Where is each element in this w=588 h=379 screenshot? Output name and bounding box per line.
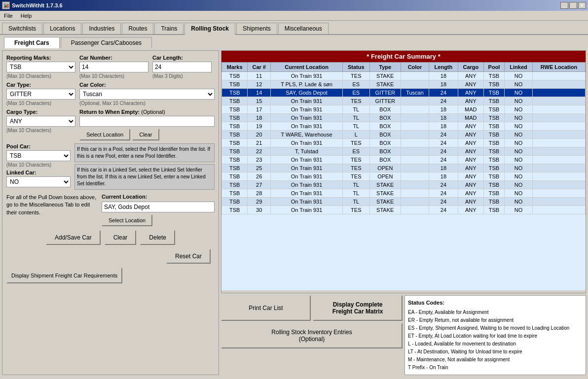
col-rwe: RWE Location: [533, 63, 586, 72]
tooltips-area: If this car is in a Pool, select the Poo…: [74, 143, 215, 190]
select-location-button-2[interactable]: Select Location: [102, 214, 152, 226]
col-pool: Pool: [483, 63, 504, 72]
nav-tabs: Switchlists Locations Industries Routes …: [0, 21, 588, 35]
table-row[interactable]: TSB21On Train 931TESBOX24ANYTSBNO: [222, 139, 586, 147]
select-location-button-1[interactable]: Select Location: [79, 129, 130, 140]
maximize-button[interactable]: □: [569, 2, 577, 9]
inventory-button[interactable]: Rolling Stock Inventory Entries (Optiona…: [221, 323, 403, 348]
table-cell: NO: [505, 105, 533, 114]
table-cell: 18: [429, 105, 458, 114]
table-row[interactable]: TSB30On Train 931TESSTAKE24ANYTSBNO: [222, 206, 586, 214]
table-cell: [533, 164, 586, 172]
tab-industries[interactable]: Industries: [82, 23, 121, 34]
tab-trains[interactable]: Trains: [154, 23, 184, 34]
table-cell: TSB: [483, 206, 504, 214]
current-location-input[interactable]: [102, 202, 215, 212]
col-color: Color: [401, 63, 429, 72]
table-cell: [533, 97, 586, 105]
table-cell: TES: [342, 206, 369, 214]
table-row[interactable]: TSB19On Train 931TLBOX18ANYTSBNO: [222, 122, 586, 131]
col-cargo: Cargo: [458, 63, 483, 72]
table-cell: TSB: [222, 164, 248, 172]
table-cell: 28: [248, 189, 271, 198]
reporting-marks-group: Reporting Marks: TSB (Max 10 Characters): [6, 55, 75, 79]
car-length-input[interactable]: [152, 62, 212, 72]
current-location-group: Current Location: Select Location: [102, 194, 215, 226]
table-cell: L: [342, 131, 369, 139]
table-row[interactable]: TSB29On Train 931TLSTAKE24ANYTSBNO: [222, 198, 586, 206]
window-controls[interactable]: _ □ ✕: [560, 2, 586, 9]
car-type-select[interactable]: GITTER: [6, 89, 75, 100]
table-row[interactable]: TSB25On Train 931TESOPEN18ANYTSBNO: [222, 164, 586, 172]
rwe-input[interactable]: [79, 116, 215, 127]
col-length: Length: [429, 63, 458, 72]
table-cell: TES: [342, 97, 369, 105]
table-cell: GITTER: [369, 97, 401, 105]
table-cell: 18: [429, 114, 458, 122]
reporting-marks-select[interactable]: TSB: [6, 62, 75, 72]
table-cell: [533, 172, 586, 181]
table-row[interactable]: TSB26On Train 931TESOPEN18ANYTSBNO: [222, 172, 586, 181]
table-cell: [533, 131, 586, 139]
sub-tab-freight-cars[interactable]: Freight Cars: [4, 37, 60, 48]
cargo-type-select[interactable]: ANY: [6, 116, 75, 127]
print-car-list-button[interactable]: Print Car List: [221, 295, 311, 321]
display-shipment-button[interactable]: Display Shipment Freight Car Requirement…: [6, 268, 122, 283]
table-row[interactable]: TSB14SAY, Gods DepotESGITTERTuscan24ANYT…: [222, 89, 586, 97]
car-number-input[interactable]: [79, 62, 148, 72]
table-cell: ANY: [458, 164, 483, 172]
minimize-button[interactable]: _: [560, 2, 568, 9]
pool-linked-left: Pool Car: TSB (Max 10 Characters) Linked…: [6, 143, 71, 190]
tab-miscellaneous[interactable]: Miscellaneous: [278, 23, 329, 34]
reset-car-button[interactable]: Reset Car: [166, 249, 211, 264]
tab-locations[interactable]: Locations: [43, 23, 81, 34]
col-type: Type: [369, 63, 401, 72]
table-row[interactable]: TSB12T PLS, P. Lade & sønESSTAKE18ANYTSB…: [222, 80, 586, 89]
rwe-label: Return to When Empty: (Optional): [79, 109, 215, 115]
window-title: SwitchWithIt 1.7.3.6: [12, 2, 63, 8]
table-cell: [533, 105, 586, 114]
tab-shipments[interactable]: Shipments: [236, 23, 277, 34]
table-row[interactable]: TSB20T WARE, WarehouseLBOX24ANYTSBNO: [222, 131, 586, 139]
table-cell: ES: [342, 89, 369, 97]
linked-car-select[interactable]: NO: [6, 176, 71, 187]
table-cell: NO: [505, 189, 533, 198]
menu-help[interactable]: Help: [19, 12, 34, 20]
table-cell: [533, 80, 586, 89]
table-cell: BOX: [369, 122, 401, 131]
table-cell: TSB: [222, 105, 248, 114]
menu-file[interactable]: File: [2, 12, 15, 20]
add-save-button[interactable]: Add/Save Car: [46, 230, 101, 245]
table-row[interactable]: TSB11On Train 931TESSTAKE18ANYTSBNO: [222, 72, 586, 80]
table-row[interactable]: TSB27On Train 931TLSTAKE24ANYTSBNO: [222, 181, 586, 189]
clear-button-1[interactable]: Clear: [132, 129, 159, 140]
table-row[interactable]: TSB15On Train 931TESGITTER24ANYTSBNO: [222, 97, 586, 105]
table-cell: NO: [505, 97, 533, 105]
close-button[interactable]: ✕: [578, 2, 586, 9]
table-cell: TL: [342, 181, 369, 189]
table-row[interactable]: TSB17On Train 931TLBOX18MADTSBNO: [222, 105, 586, 114]
table-cell: NO: [505, 131, 533, 139]
clear-button-2[interactable]: Clear: [105, 230, 137, 245]
car-color-select[interactable]: Tuscan: [79, 89, 215, 100]
table-row[interactable]: TSB22T, TulstadESBOX24ANYTSBNO: [222, 147, 586, 156]
table-row[interactable]: TSB28On Train 931TLSTAKE24ANYTSBNO: [222, 189, 586, 198]
car-type-sublabel: (Max 10 Characters): [6, 101, 75, 106]
table-row[interactable]: TSB23On Train 931TESBOX24ANYTSBNO: [222, 156, 586, 164]
tab-switchlists[interactable]: Switchlists: [2, 23, 42, 34]
table-cell: TSB: [483, 131, 504, 139]
display-matrix-button[interactable]: Display Complete Freight Car Matrix: [313, 295, 403, 321]
table-container[interactable]: Marks Car # Current Location Status Type…: [221, 62, 586, 290]
sub-tab-passenger-cars[interactable]: Passenger Cars/Cabooses: [61, 37, 152, 48]
delete-button[interactable]: Delete: [140, 230, 175, 245]
table-cell: TL: [342, 122, 369, 131]
table-cell: NO: [505, 181, 533, 189]
table-cell: [533, 114, 586, 122]
table-row[interactable]: TSB18On Train 931TLBOX18MADTSBNO: [222, 114, 586, 122]
table-cell: 24: [429, 198, 458, 206]
tab-rolling-stock[interactable]: Rolling Stock: [184, 23, 235, 35]
tab-routes[interactable]: Routes: [122, 23, 153, 34]
pool-car-select[interactable]: TSB: [6, 150, 71, 161]
table-cell: 18: [429, 164, 458, 172]
table-cell: NO: [505, 114, 533, 122]
